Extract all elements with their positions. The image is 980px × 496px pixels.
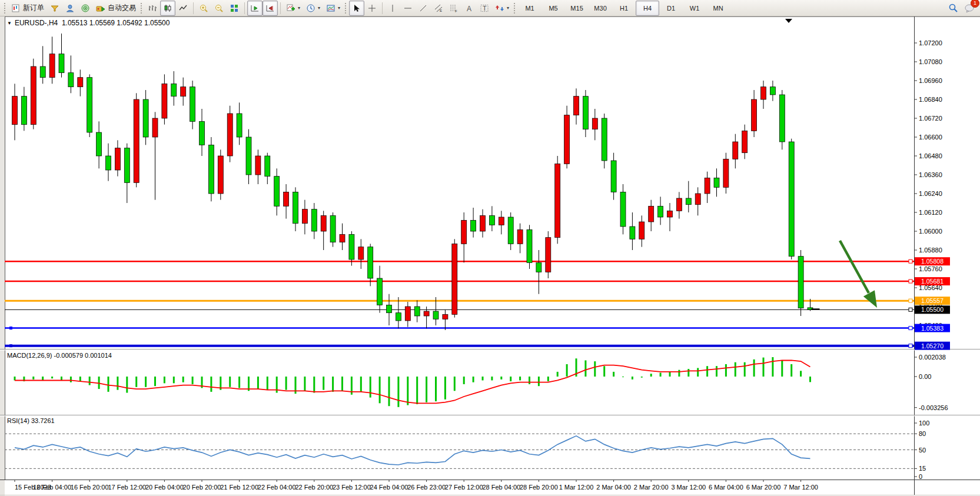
line-end-marker[interactable] bbox=[909, 344, 912, 348]
tf-W1[interactable]: W1 bbox=[683, 1, 706, 16]
time-axis-label: 6 Mar 20:00 bbox=[746, 484, 781, 491]
candle-body bbox=[87, 78, 92, 132]
time-axis-label: 23 Feb 12:00 bbox=[333, 484, 371, 491]
macd-histogram-bar bbox=[772, 357, 773, 377]
macd-histogram-bar bbox=[510, 377, 511, 381]
periods-clock-icon bbox=[306, 4, 315, 13]
candle-body bbox=[190, 87, 195, 122]
candlestick-chart-button[interactable] bbox=[160, 1, 175, 16]
dropdown-arrow-icon: ▾ bbox=[338, 5, 340, 11]
text-tool-button[interactable]: A bbox=[461, 1, 477, 16]
candle-body bbox=[742, 131, 748, 152]
search-button[interactable] bbox=[945, 1, 961, 16]
toolbar-separator bbox=[244, 2, 245, 14]
zoom-out-button[interactable] bbox=[211, 1, 227, 16]
macd-histogram-bar bbox=[135, 377, 137, 387]
line-chart-button[interactable] bbox=[175, 1, 191, 16]
symbol-dropdown-icon[interactable]: ▼ bbox=[7, 21, 12, 26]
line-end-marker[interactable] bbox=[909, 308, 912, 311]
macd-histogram-bar bbox=[519, 377, 521, 380]
macd-histogram-bar bbox=[370, 377, 371, 398]
macd-histogram-bar bbox=[14, 377, 16, 380]
toolbar-separator bbox=[280, 2, 281, 14]
text-label-tool-button[interactable]: T bbox=[477, 1, 492, 16]
cursor-tool-button[interactable] bbox=[349, 1, 364, 16]
macd-axis-label: -0.003256 bbox=[919, 404, 948, 411]
terminal-button[interactable] bbox=[78, 1, 93, 16]
price-flag-label: 1.05383 bbox=[921, 325, 944, 332]
mt4-window: 新订单 自动交易 bbox=[0, 0, 980, 496]
toolbar-grip[interactable] bbox=[514, 3, 515, 14]
tf-H4[interactable]: H4 bbox=[636, 1, 659, 16]
line-end-marker[interactable] bbox=[909, 279, 912, 283]
candle-body bbox=[611, 161, 616, 192]
periods-button[interactable]: ▾ bbox=[303, 1, 323, 16]
zoom-in-button[interactable] bbox=[196, 1, 211, 16]
line-end-marker[interactable] bbox=[909, 259, 912, 263]
market-watch-button[interactable] bbox=[47, 1, 62, 16]
vertical-line-tool-button[interactable] bbox=[385, 1, 400, 16]
symbol-period-label: EURUSD-,H4 bbox=[15, 19, 58, 27]
tf-MN[interactable]: MN bbox=[706, 1, 730, 16]
tf-M15[interactable]: M15 bbox=[565, 1, 589, 16]
candle-body bbox=[443, 314, 448, 319]
auto-scroll-button[interactable] bbox=[247, 1, 263, 16]
tile-windows-button[interactable] bbox=[227, 1, 242, 16]
text-label-icon: T bbox=[480, 4, 489, 13]
line-anchor-handle[interactable] bbox=[9, 344, 12, 347]
arrows-tool-button[interactable]: ▾ bbox=[492, 1, 512, 16]
toolbar-grip[interactable] bbox=[345, 3, 346, 14]
trendline-tool-button[interactable] bbox=[416, 1, 431, 16]
candle-body bbox=[649, 206, 654, 222]
chart-shift-button[interactable] bbox=[263, 1, 278, 16]
tf-M5[interactable]: M5 bbox=[542, 1, 565, 16]
candle-body bbox=[152, 118, 158, 137]
toolbar-grip[interactable] bbox=[141, 3, 142, 14]
templates-button[interactable]: ▾ bbox=[323, 1, 343, 16]
macd-histogram-bar bbox=[70, 377, 72, 382]
line-end-marker[interactable] bbox=[909, 299, 912, 302]
channel-tool-button[interactable]: E bbox=[431, 1, 446, 16]
autotrading-button[interactable]: 自动交易 bbox=[93, 1, 139, 16]
notifications-button[interactable]: 1 bbox=[961, 1, 978, 16]
macd-axis-label: 0.00 bbox=[919, 373, 931, 380]
horizontal-line-tool-button[interactable] bbox=[400, 1, 416, 16]
macd-histogram-bar bbox=[763, 358, 765, 377]
templates-icon bbox=[326, 4, 335, 13]
fibonacci-tool-button[interactable]: F bbox=[446, 1, 461, 16]
tf-D1[interactable]: D1 bbox=[659, 1, 683, 16]
macd-label: MACD(12,26,9) -0.000579 0.001014 bbox=[7, 352, 112, 359]
time-axis-label: 28 Feb 20:00 bbox=[520, 484, 558, 491]
macd-histogram-bar bbox=[463, 377, 465, 384]
macd-histogram-bar bbox=[416, 377, 418, 404]
time-axis-label: 2 Mar 04:00 bbox=[596, 484, 631, 491]
candle-body bbox=[368, 247, 373, 278]
navigator-button[interactable] bbox=[62, 1, 78, 16]
time-axis-label: 7 Mar 12:00 bbox=[783, 484, 818, 491]
candle-body bbox=[143, 99, 148, 137]
macd-histogram-bar bbox=[669, 372, 671, 377]
macd-histogram-bar bbox=[182, 377, 184, 382]
macd-histogram-bar bbox=[145, 377, 147, 387]
price-axis-label: 1.06000 bbox=[919, 228, 942, 235]
chart-title: ▼EURUSD-,H4 1.05513 1.05569 1.05492 1.05… bbox=[7, 19, 170, 27]
candle-body bbox=[499, 217, 504, 225]
time-axis-label: 1 Mar 12:00 bbox=[559, 484, 594, 491]
macd-histogram-bar bbox=[725, 364, 727, 377]
line-anchor-handle[interactable] bbox=[9, 327, 12, 329]
tf-M1[interactable]: M1 bbox=[518, 1, 542, 16]
bar-chart-button[interactable] bbox=[145, 1, 160, 16]
macd-histogram-bar bbox=[800, 371, 802, 377]
line-end-marker[interactable] bbox=[909, 327, 912, 330]
new-order-button[interactable]: 新订单 bbox=[8, 1, 47, 16]
macd-histogram-bar bbox=[473, 377, 474, 382]
indicators-button[interactable]: ▾ bbox=[283, 1, 303, 16]
auto-scroll-icon bbox=[250, 4, 260, 13]
macd-histogram-bar bbox=[267, 377, 268, 390]
toolbar-grip[interactable] bbox=[4, 3, 5, 14]
chart-canvas[interactable]: 1.072001.070801.069601.068401.067201.066… bbox=[0, 16, 980, 496]
macd-histogram-bar bbox=[388, 377, 390, 406]
tf-H1[interactable]: H1 bbox=[612, 1, 636, 16]
tf-M30[interactable]: M30 bbox=[589, 1, 612, 16]
crosshair-tool-button[interactable] bbox=[364, 1, 380, 16]
